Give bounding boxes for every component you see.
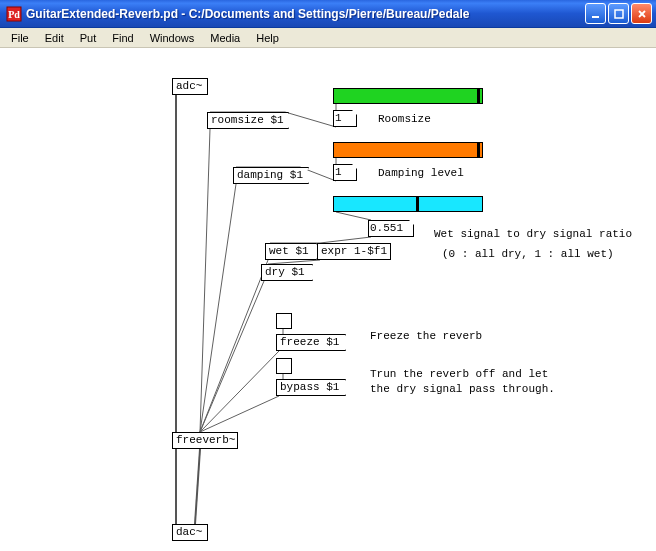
menu-find[interactable]: Find — [105, 30, 140, 46]
slider-roomsize-knob — [477, 89, 480, 103]
slider-roomsize[interactable] — [333, 88, 483, 104]
msg-wet[interactable]: wet $1 — [265, 243, 317, 260]
svg-text:Pd: Pd — [8, 9, 20, 20]
window-title: GuitarExtended-Reverb.pd - C:/Documents … — [26, 7, 585, 21]
svg-line-17 — [200, 129, 210, 432]
svg-line-9 — [336, 212, 371, 220]
menu-media[interactable]: Media — [203, 30, 247, 46]
label-ratio-1: Wet signal to dry signal ratio — [434, 228, 632, 240]
menu-file[interactable]: File — [4, 30, 36, 46]
menu-edit[interactable]: Edit — [38, 30, 71, 46]
titlebar: Pd GuitarExtended-Reverb.pd - C:/Documen… — [0, 0, 656, 28]
number-roomsize[interactable]: 1 — [333, 110, 357, 127]
msg-freeze[interactable]: freeze $1 — [276, 334, 346, 351]
minimize-button[interactable] — [585, 3, 606, 24]
slider-damping[interactable] — [333, 142, 483, 158]
label-roomsize: Roomsize — [378, 113, 431, 125]
svg-line-19 — [200, 260, 268, 432]
label-freeze: Freeze the reverb — [370, 330, 482, 342]
slider-ratio[interactable] — [333, 196, 483, 212]
label-damping: Damping level — [378, 167, 464, 179]
svg-line-24 — [200, 396, 279, 432]
obj-expr[interactable]: expr 1-$f1 — [317, 243, 391, 260]
close-button[interactable] — [631, 3, 652, 24]
number-ratio[interactable]: 0.551 — [368, 220, 414, 237]
toggle-freeze[interactable] — [276, 313, 292, 329]
toggle-bypass[interactable] — [276, 358, 292, 374]
msg-dry[interactable]: dry $1 — [261, 264, 313, 281]
wires — [0, 48, 656, 551]
svg-rect-3 — [615, 10, 623, 18]
label-bypass-1: Trun the reverb off and let — [370, 368, 548, 380]
slider-ratio-knob — [416, 197, 419, 211]
pd-app-icon: Pd — [6, 6, 22, 22]
label-ratio-2: (0 : all dry, 1 : all wet) — [442, 248, 614, 260]
msg-damping[interactable]: damping $1 — [233, 167, 309, 184]
msg-roomsize[interactable]: roomsize $1 — [207, 112, 289, 129]
svg-line-10 — [285, 112, 336, 127]
label-bypass-2: the dry signal pass through. — [370, 383, 555, 395]
menu-windows[interactable]: Windows — [143, 30, 202, 46]
svg-line-20 — [200, 281, 264, 432]
svg-line-16 — [268, 260, 320, 264]
patch-canvas[interactable]: adc~ 1 Roomsize roomsize $1 1 Damping le… — [0, 48, 656, 551]
slider-damping-knob — [477, 143, 480, 157]
svg-rect-2 — [592, 16, 599, 18]
svg-line-26 — [195, 449, 200, 524]
svg-line-23 — [200, 351, 279, 432]
menu-help[interactable]: Help — [249, 30, 286, 46]
number-damping[interactable]: 1 — [333, 164, 357, 181]
menubar: File Edit Put Find Windows Media Help — [0, 28, 656, 48]
menu-put[interactable]: Put — [73, 30, 104, 46]
obj-adc[interactable]: adc~ — [172, 78, 208, 95]
msg-bypass[interactable]: bypass $1 — [276, 379, 346, 396]
obj-dac[interactable]: dac~ — [172, 524, 208, 541]
maximize-button[interactable] — [608, 3, 629, 24]
svg-line-18 — [200, 184, 236, 432]
obj-freeverb[interactable]: freeverb~ — [172, 432, 238, 449]
